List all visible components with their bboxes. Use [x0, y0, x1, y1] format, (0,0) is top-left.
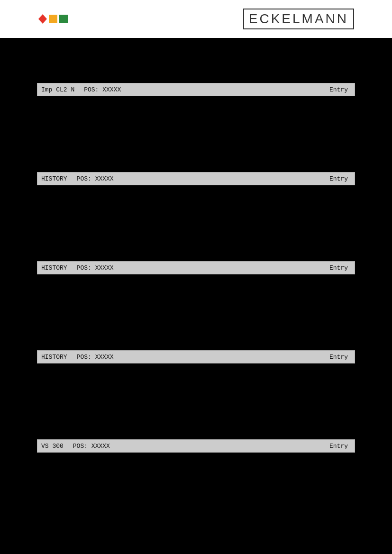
row-2-middle [184, 173, 323, 185]
row-4-label: HISTORY [41, 354, 67, 361]
row-1-pos: POS: XXXXX [84, 86, 121, 93]
row-bar-1: Imp CL2 N POS: XXXXX Entry [37, 83, 355, 96]
row-3-middle [184, 262, 323, 274]
row-4-entry[interactable]: Entry [323, 354, 355, 361]
logo-right: ECKELMANN [243, 9, 354, 29]
page-container: ECKELMANN Imp CL2 N POS: XXXXX Entry HIS… [0, 0, 392, 554]
svg-rect-1 [49, 15, 57, 23]
row-bar-5-left: VS 300 POS: XXXXX [37, 443, 184, 450]
row-bar-1-left: Imp CL2 N POS: XXXXX [37, 86, 184, 93]
row-5-middle [184, 440, 323, 452]
row-bar-5: VS 300 POS: XXXXX Entry [37, 439, 355, 453]
black-section-4 [37, 363, 355, 439]
row-3-pos: POS: XXXXX [77, 264, 114, 272]
row-3-entry[interactable]: Entry [323, 264, 355, 272]
row-2-entry[interactable]: Entry [323, 175, 355, 182]
row-bar-2: HISTORY POS: XXXXX Entry [37, 172, 355, 185]
header: ECKELMANN [0, 0, 392, 38]
row-bar-4: HISTORY POS: XXXXX Entry [37, 350, 355, 363]
row-1-entry[interactable]: Entry [323, 86, 355, 93]
row-bar-2-left: HISTORY POS: XXXXX [37, 175, 184, 182]
bottom-black-area [37, 453, 355, 554]
black-section-1 [37, 96, 355, 172]
row-4-pos: POS: XXXXX [77, 354, 114, 361]
row-4-middle [184, 351, 323, 363]
row-5-entry[interactable]: Entry [323, 443, 355, 450]
row-3-label: HISTORY [41, 264, 67, 272]
row-bar-3: HISTORY POS: XXXXX Entry [37, 261, 355, 274]
svg-marker-0 [38, 14, 47, 24]
black-section-3 [37, 274, 355, 350]
row-bar-3-left: HISTORY POS: XXXXX [37, 264, 184, 272]
row-1-label: Imp CL2 N [41, 86, 74, 93]
row-bar-4-left: HISTORY POS: XXXXX [37, 354, 184, 361]
row-5-label: VS 300 [41, 443, 64, 450]
row-1-middle [184, 83, 323, 96]
black-section-2 [37, 185, 355, 261]
color-squares-logo [38, 14, 69, 24]
row-2-label: HISTORY [41, 175, 67, 182]
top-black-gap [0, 38, 392, 83]
row-2-pos: POS: XXXXX [77, 175, 114, 182]
eckelmann-logo-text: ECKELMANN [243, 9, 354, 29]
row-5-pos: POS: XXXXX [73, 443, 110, 450]
svg-rect-2 [59, 15, 68, 23]
logo-left [38, 14, 69, 24]
